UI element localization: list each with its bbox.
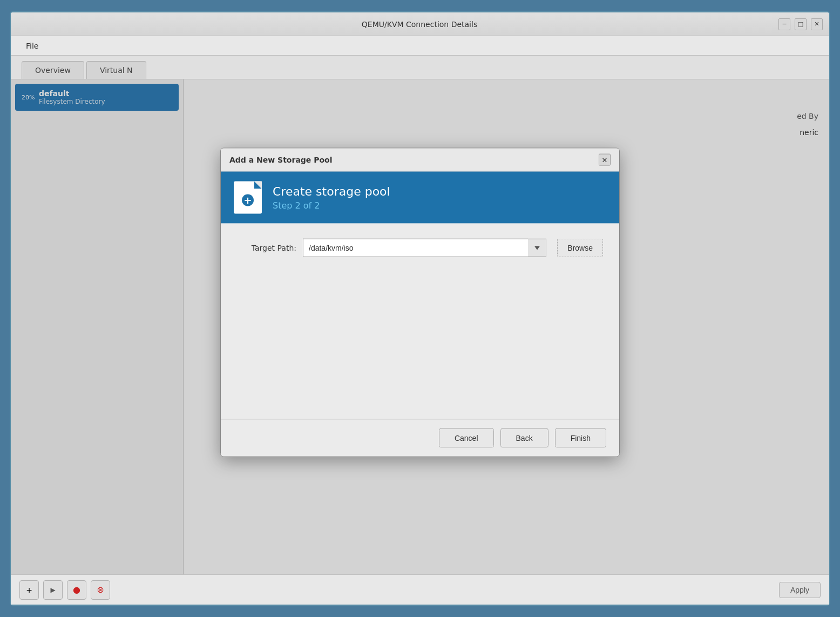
dialog-footer: Cancel Back Finish (221, 419, 619, 457)
doc-fold-decoration (254, 182, 262, 189)
dialog-header-banner: + Create storage pool Step 2 of 2 (221, 172, 619, 224)
target-path-dropdown-button[interactable] (528, 239, 546, 257)
back-button[interactable]: Back (500, 428, 548, 448)
tabs-area: Overview Virtual N (11, 56, 829, 79)
dialog-close-button[interactable]: ✕ (599, 154, 611, 166)
finish-button[interactable]: Finish (555, 428, 606, 448)
cancel-button[interactable]: Cancel (439, 428, 494, 448)
start-button[interactable]: ▶ (43, 580, 63, 600)
window-controls: ─ □ ✕ (778, 18, 823, 30)
add-storage-pool-dialog: Add a New Storage Pool ✕ + Create storag… (220, 148, 620, 457)
tab-overview[interactable]: Overview (22, 61, 84, 79)
menu-bar: File (11, 36, 829, 56)
target-path-label: Target Path: (237, 244, 296, 252)
add-pool-button[interactable]: + (19, 580, 39, 600)
bottom-toolbar: + ▶ ● ⊗ Apply (11, 574, 829, 605)
storage-pool-icon: + (234, 182, 262, 214)
dialog-heading: Create storage pool (273, 185, 390, 198)
chevron-down-icon (534, 246, 540, 250)
stop-button[interactable]: ● (67, 580, 86, 600)
delete-button[interactable]: ⊗ (91, 580, 110, 600)
maximize-button[interactable]: □ (795, 18, 807, 30)
tab-virtual-networks[interactable]: Virtual N (86, 61, 146, 79)
dialog-spacer (237, 268, 603, 408)
target-path-row: Target Path: Browse (237, 239, 603, 257)
dialog-body: Target Path: Browse (221, 224, 619, 419)
plus-icon: + (242, 195, 254, 206)
dialog-header-text: Create storage pool Step 2 of 2 (273, 185, 390, 211)
title-bar: QEMU/KVM Connection Details ─ □ ✕ (11, 12, 829, 36)
target-path-input-group (303, 239, 546, 257)
close-button[interactable]: ✕ (811, 18, 823, 30)
dialog-titlebar: Add a New Storage Pool ✕ (221, 149, 619, 172)
dialog-step: Step 2 of 2 (273, 200, 390, 211)
toolbar-left: + ▶ ● ⊗ (19, 580, 110, 600)
apply-button[interactable]: Apply (779, 582, 821, 598)
browse-button[interactable]: Browse (557, 239, 603, 257)
minimize-button[interactable]: ─ (778, 18, 790, 30)
window-title: QEMU/KVM Connection Details (60, 20, 778, 29)
dialog-title: Add a New Storage Pool (229, 156, 333, 164)
target-path-input[interactable] (303, 239, 528, 257)
file-menu[interactable]: File (19, 39, 45, 52)
